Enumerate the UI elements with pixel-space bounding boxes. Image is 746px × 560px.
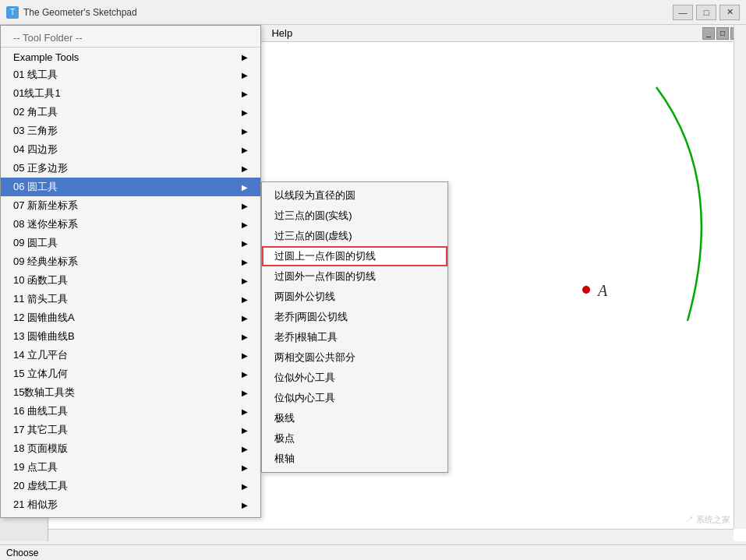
arrow-icon: ▶ xyxy=(242,351,248,360)
arrow-icon: ▶ xyxy=(242,164,248,173)
menu-row-15-geo[interactable]: 15 立体几何 ▶ xyxy=(1,365,260,383)
arrow-icon: ▶ xyxy=(242,314,248,322)
arrow-icon: ▶ xyxy=(242,463,248,472)
arrow-icon: ▶ xyxy=(242,389,248,397)
arrow-icon: ▶ xyxy=(242,258,248,266)
menu-row-13-conic-b[interactable]: 13 圆锥曲线B ▶ xyxy=(1,327,260,346)
menu-row-11-arrow[interactable]: 11 箭头工具 ▶ xyxy=(1,290,260,308)
menu-row-21-similar[interactable]: 21 相似形 ▶ xyxy=(1,495,260,514)
tool-folder-header: -- Tool Folder -- xyxy=(1,29,260,48)
menu-row-06-circle[interactable]: 06 圆工具 ▶ xyxy=(1,178,260,196)
minimize-button[interactable]: — xyxy=(673,5,693,20)
sub-item-external-tangent[interactable]: 两圆外公切线 xyxy=(262,287,447,307)
status-choose: Choose xyxy=(6,548,38,558)
arrow-icon: ▶ xyxy=(242,501,248,509)
sub-item-homothety-circumcenter[interactable]: 位似外心工具 xyxy=(262,368,447,388)
arrow-icon: ▶ xyxy=(242,276,248,285)
menu-row-01-line1[interactable]: 01线工具1 ▶ xyxy=(1,84,260,103)
menu-row-14-solid[interactable]: 14 立几平台 ▶ xyxy=(1,346,260,365)
menu-row-08-mini[interactable]: 08 迷你坐标系 ▶ xyxy=(1,215,260,234)
menu-row-16-curve[interactable]: 16 曲线工具 ▶ xyxy=(1,402,260,421)
arrow-icon: ▶ xyxy=(242,333,248,341)
sub-item-laojiao-common-tangent[interactable]: 老乔|两圆公切线 xyxy=(262,307,447,327)
menu-row-03-triangle[interactable]: 03 三角形 ▶ xyxy=(1,122,260,140)
arrow-icon: ▶ xyxy=(242,108,248,117)
inner-menu-help[interactable]: Help xyxy=(265,26,299,41)
arrow-icon: ▶ xyxy=(242,426,248,435)
circle-tools-submenu: 以线段为直径的圆 过三点的圆(实线) 过三点的圆(虚线) 过圆上一点作圆的切线 … xyxy=(261,181,448,473)
sub-item-three-point-dashed[interactable]: 过三点的圆(虚线) xyxy=(262,226,447,246)
arrow-icon: ▶ xyxy=(242,127,248,136)
close-button[interactable]: ✕ xyxy=(719,5,740,20)
sub-item-polar-point[interactable]: 极点 xyxy=(262,428,447,449)
arrow-icon: ▶ xyxy=(242,445,248,453)
svg-text:A: A xyxy=(596,282,608,299)
menu-row-02-angle[interactable]: 02 角工具 ▶ xyxy=(1,103,260,122)
arrow-icon: ▶ xyxy=(242,295,248,304)
sub-item-polar-line[interactable]: 极线 xyxy=(262,408,447,428)
sub-item-three-point-solid[interactable]: 过三点的圆(实线) xyxy=(262,206,447,226)
title-bar-buttons: — □ ✕ xyxy=(673,5,740,20)
sub-item-intersection-part[interactable]: 两相交圆公共部分 xyxy=(262,347,447,368)
dropdown-container: -- Tool Folder -- Example Tools ▶ 01 线工具… xyxy=(0,0,261,518)
sub-item-tangent-on-circle[interactable]: 过圆上一点作圆的切线 xyxy=(262,246,447,266)
menu-row-18-page[interactable]: 18 页面模版 ▶ xyxy=(1,439,260,458)
menu-row-05-polygon[interactable]: 05 正多边形 ▶ xyxy=(1,159,260,178)
menu-row-12-conic-a[interactable]: 12 圆锥曲线A ▶ xyxy=(1,308,260,327)
bottom-scrollbar[interactable] xyxy=(48,529,734,541)
sub-item-tangent-outside-circle[interactable]: 过圆外一点作圆的切线 xyxy=(262,266,447,287)
maximize-button[interactable]: □ xyxy=(696,5,716,20)
sub-item-laojiao-radical-axis[interactable]: 老乔|根轴工具 xyxy=(262,327,447,347)
arrow-icon: ▶ xyxy=(242,370,248,379)
sub-item-radical-axis[interactable]: 根轴 xyxy=(262,449,447,469)
svg-point-0 xyxy=(582,286,590,294)
menu-row-19-point[interactable]: 19 点工具 ▶ xyxy=(1,458,260,477)
menu-row-15-number-line[interactable]: 15数轴工具类 ▶ xyxy=(1,383,260,402)
arrow-icon: ▶ xyxy=(242,407,248,416)
menu-row-09-circle[interactable]: 09 圆工具 ▶ xyxy=(1,234,260,252)
arrow-icon: ▶ xyxy=(242,53,248,62)
example-tools-label: Example Tools xyxy=(13,51,79,63)
sub-item-diameter-circle[interactable]: 以线段为直径的圆 xyxy=(262,185,447,206)
menu-row-example-tools[interactable]: Example Tools ▶ xyxy=(1,49,260,65)
arrow-icon: ▶ xyxy=(242,183,248,192)
arrow-icon: ▶ xyxy=(242,90,248,98)
arrow-icon: ▶ xyxy=(242,71,248,79)
menu-row-09-classic[interactable]: 09 经典坐标系 ▶ xyxy=(1,252,260,271)
tool-folder-menu: -- Tool Folder -- Example Tools ▶ 01 线工具… xyxy=(0,25,261,518)
arrow-icon: ▶ xyxy=(242,482,248,491)
watermark: ↗ 系统之家 xyxy=(685,514,730,526)
arrow-icon: ▶ xyxy=(242,220,248,229)
menu-row-01-line[interactable]: 01 线工具 ▶ xyxy=(1,65,260,84)
menu-row-04-quad[interactable]: 04 四边形 ▶ xyxy=(1,140,260,159)
arrow-icon: ▶ xyxy=(242,239,248,248)
menu-row-17-other[interactable]: 17 其它工具 ▶ xyxy=(1,421,260,439)
menu-row-20-dashed[interactable]: 20 虚线工具 ▶ xyxy=(1,477,260,495)
menu-row-07-coord[interactable]: 07 新新坐标系 ▶ xyxy=(1,196,260,215)
inner-min-btn[interactable]: _ xyxy=(702,27,715,40)
sub-item-homothety-incenter[interactable]: 位似内心工具 xyxy=(262,388,447,408)
status-bar: Choose xyxy=(0,544,746,560)
arrow-icon: ▶ xyxy=(242,146,248,154)
right-scrollbar[interactable] xyxy=(734,25,746,529)
menu-row-10-func[interactable]: 10 函数工具 ▶ xyxy=(1,271,260,290)
arrow-icon: ▶ xyxy=(242,202,248,210)
inner-max-btn[interactable]: □ xyxy=(716,27,729,40)
